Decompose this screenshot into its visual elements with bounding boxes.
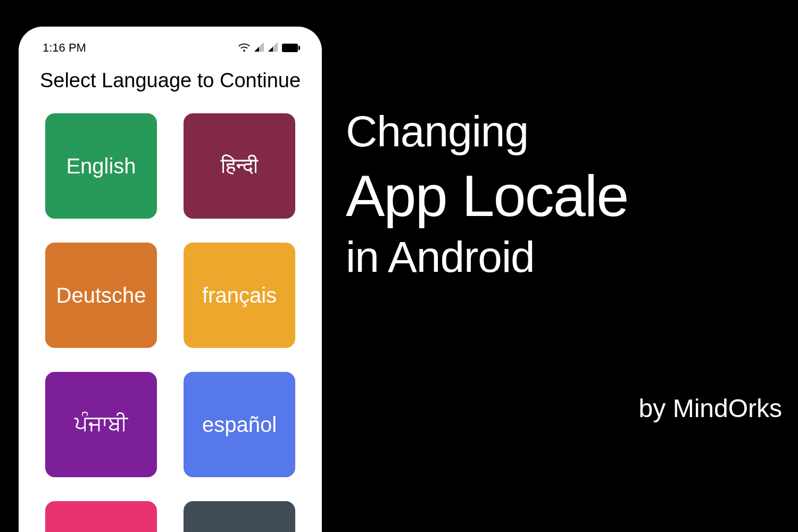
language-tile-deutsche[interactable]: Deutsche	[45, 243, 157, 348]
status-icons	[238, 42, 298, 54]
tile-label: English	[66, 154, 136, 178]
headline: Changing App Locale in Android	[346, 106, 628, 282]
language-tile-hindi[interactable]: हिन्दी	[184, 113, 295, 219]
headline-line2: App Locale	[346, 162, 628, 229]
headline-line3: in Android	[346, 232, 628, 282]
tile-label: Deutsche	[56, 284, 146, 307]
signal-icon	[254, 42, 264, 54]
battery-icon	[282, 44, 298, 52]
byline: by MindOrks	[639, 394, 782, 423]
language-tile-punjabi[interactable]: ਪੰਜਾਬੀ	[45, 372, 157, 477]
language-tile-francais[interactable]: français	[184, 243, 295, 348]
language-tile-espanol[interactable]: español	[184, 372, 295, 477]
headline-line1: Changing	[346, 106, 628, 156]
tile-label: español	[202, 413, 277, 437]
status-time: 1:16 PM	[43, 41, 86, 55]
wifi-icon	[238, 42, 250, 54]
language-tile-dark[interactable]	[184, 501, 295, 532]
language-tiles-grid: English हिन्दी Deutsche français ਪੰਜਾਬੀ …	[27, 108, 314, 532]
page-title: Select Language to Continue	[27, 59, 314, 108]
tile-label: हिन्दी	[221, 154, 258, 178]
phone-mockup: 1:16 PM Select Language	[19, 27, 322, 532]
language-tile-english[interactable]: English	[45, 113, 157, 219]
tile-label: français	[202, 284, 277, 307]
tile-label: ਪੰਜਾਬੀ	[74, 412, 128, 437]
language-tile-pink[interactable]	[45, 501, 157, 532]
signal-icon-2	[268, 42, 278, 54]
status-bar: 1:16 PM	[27, 35, 314, 59]
